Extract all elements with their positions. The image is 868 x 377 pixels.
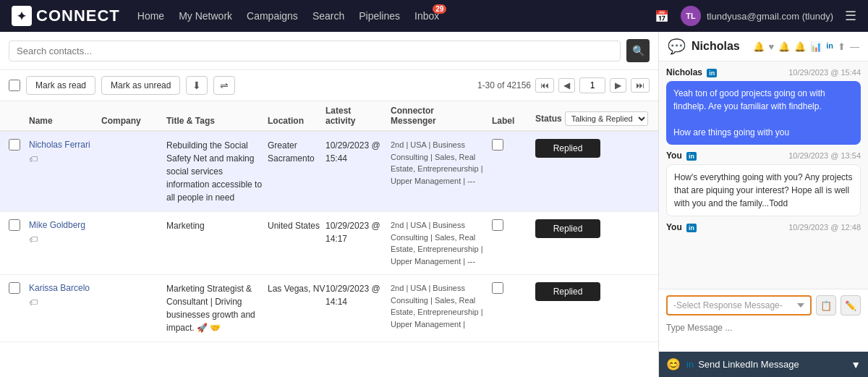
- table-row: Karissa Barcelo 🏷 Marketing Strategist &…: [0, 275, 658, 342]
- status-label: Status: [535, 114, 562, 124]
- send-footer: 😊 in Send LinkedIn Message ▼: [659, 352, 868, 377]
- page-input[interactable]: [579, 77, 605, 93]
- contact-label-1[interactable]: [492, 139, 503, 151]
- send-button-label: Send LinkedIn Message: [698, 359, 799, 370]
- topnav-right: 📅 TL tlundyusa@gmail.com (tlundy) ☰: [655, 6, 856, 26]
- contact-location-3: Las Vegas, NV: [268, 282, 326, 295]
- prev-page-button[interactable]: ◀: [558, 78, 575, 93]
- mark-as-read-button[interactable]: Mark as read: [26, 76, 95, 95]
- contact-name-link-3[interactable]: Karissa Barcelo: [29, 283, 90, 293]
- copy-button[interactable]: 📋: [816, 295, 836, 315]
- msg-time-1: 10/29/2023 @ 15:44: [788, 68, 861, 77]
- pagination-text: 1-30 of 42156: [477, 80, 531, 90]
- contact-connector-2: 2nd | USA | Business Consulting | Sales,…: [391, 219, 492, 267]
- col-location: Location: [268, 116, 326, 126]
- logo-icon: ✦: [12, 6, 32, 26]
- msg-sender-1: Nicholas in: [666, 67, 717, 77]
- bell-icon[interactable]: 🔔: [778, 41, 790, 52]
- alert-icon[interactable]: 🔔: [794, 41, 806, 52]
- contact-activity-2: 10/29/2023 @ 14:17: [326, 219, 391, 245]
- nav-my-network[interactable]: My Network: [179, 10, 232, 22]
- collapse-icon[interactable]: —: [850, 41, 859, 52]
- mark-as-unread-button[interactable]: Mark as unread: [101, 76, 180, 95]
- nav-search[interactable]: Search: [312, 10, 344, 22]
- download-button[interactable]: ⬇: [186, 76, 208, 95]
- shuffle-button[interactable]: ⇌: [213, 76, 235, 95]
- col-name: Name: [29, 116, 101, 126]
- emoji-button[interactable]: 😊: [666, 357, 681, 371]
- msg-bubble-1: Yeah ton of good projects going on with …: [666, 81, 861, 145]
- message-group-1: Nicholas in 10/29/2023 @ 15:44 Yeah ton …: [666, 67, 861, 145]
- contact-name-link-1[interactable]: Nicholas Ferrari: [29, 140, 90, 150]
- contact-activity-1: 10/29/2023 @ 15:44: [326, 139, 391, 165]
- user-email: tlundyusa@gmail.com (tlundy): [707, 11, 833, 22]
- tag-icon-3: 🏷: [29, 297, 101, 308]
- li-badge-2: in: [686, 152, 697, 161]
- pagination: 1-30 of 42156 ⏮ ◀ ▶ ⏭: [477, 77, 650, 93]
- share-icon[interactable]: ⬆: [838, 41, 846, 52]
- notification-icon[interactable]: 🔔: [753, 41, 765, 52]
- chart-icon[interactable]: 📊: [810, 41, 822, 52]
- inbox-badge: 29: [433, 4, 446, 14]
- edit-button[interactable]: ✏️: [841, 295, 861, 315]
- msg-time-2: 10/29/2023 @ 13:54: [788, 151, 861, 160]
- contact-location-1: Greater Sacramento: [268, 139, 326, 165]
- contact-label-3[interactable]: [492, 282, 503, 294]
- send-li-icon: in: [686, 359, 694, 370]
- status-button-3[interactable]: Replied: [535, 282, 600, 301]
- table-row: Nicholas Ferrari 🏷 Rebuilding the Social…: [0, 132, 658, 212]
- logo-text: CONNECT: [36, 7, 120, 25]
- table-header: Name Company Title & Tags Location Lates…: [0, 101, 658, 132]
- heart-icon[interactable]: ♥: [769, 41, 775, 52]
- search-input[interactable]: [9, 41, 621, 62]
- response-area: -Select Response Message- 📋 ✏️: [659, 289, 868, 352]
- status-filter-select[interactable]: Talking & Replied All Replied Pending No…: [565, 111, 648, 126]
- col-label: Label: [492, 116, 535, 126]
- left-panel: 🔍 Mark as read Mark as unread ⬇ ⇌ 1-30 o…: [0, 32, 658, 377]
- col-connector-messenger: ConnectorMessenger: [391, 106, 492, 126]
- row-checkbox-1[interactable]: [9, 139, 20, 151]
- nav-campaigns[interactable]: Campaigns: [247, 10, 298, 22]
- user-info: TL tlundyusa@gmail.com (tlundy): [681, 6, 833, 26]
- col-status: Status Talking & Replied All Replied Pen…: [535, 111, 644, 126]
- chat-avatar-icon: 💬: [668, 38, 686, 55]
- right-panel: 💬 Nicholas 🔔 ♥ 🔔 🔔 📊 in ⬆ — Nicholas: [658, 32, 868, 377]
- search-button[interactable]: 🔍: [626, 39, 650, 62]
- contact-title-3: Marketing Strategist & Consultant | Driv…: [166, 282, 268, 334]
- select-all-checkbox[interactable]: [9, 80, 20, 91]
- contact-name-link-2[interactable]: Mike Goldberg: [29, 220, 85, 230]
- msg-sender-3: You in: [666, 222, 697, 232]
- li-badge-3: in: [686, 224, 697, 232]
- nav-home[interactable]: Home: [137, 10, 164, 22]
- search-bar: 🔍: [0, 32, 658, 70]
- main-nav: Home My Network Campaigns Search Pipelin…: [137, 10, 440, 22]
- type-message-input[interactable]: [666, 320, 861, 346]
- contact-label-2[interactable]: [492, 219, 503, 231]
- response-message-select[interactable]: -Select Response Message-: [666, 295, 812, 315]
- send-linkedin-message-button[interactable]: in Send LinkedIn Message: [686, 359, 845, 370]
- first-page-button[interactable]: ⏮: [535, 78, 554, 93]
- row-checkbox-3[interactable]: [9, 282, 20, 294]
- status-button-1[interactable]: Replied: [535, 139, 600, 158]
- status-button-2[interactable]: Replied: [535, 219, 600, 238]
- nav-inbox-wrap: Inbox 29: [414, 10, 439, 22]
- row-checkbox-2[interactable]: [9, 219, 20, 231]
- msg-meta-3: You in 10/29/2023 @ 12:48: [666, 222, 861, 232]
- chat-contact-name: Nicholas: [692, 40, 747, 53]
- response-select-row: -Select Response Message- 📋 ✏️: [666, 295, 861, 315]
- tag-icon-2: 🏷: [29, 234, 101, 245]
- hamburger-icon[interactable]: ☰: [845, 8, 856, 24]
- calendar-icon[interactable]: 📅: [655, 9, 669, 23]
- msg-bubble-2: How's everything going with you? Any pro…: [666, 164, 861, 216]
- send-chevron-button[interactable]: ▼: [851, 359, 861, 370]
- next-page-button[interactable]: ▶: [610, 78, 626, 93]
- toolbar: Mark as read Mark as unread ⬇ ⇌ 1-30 of …: [0, 70, 658, 101]
- contacts-list: Nicholas Ferrari 🏷 Rebuilding the Social…: [0, 132, 658, 377]
- linkedin-icon[interactable]: in: [826, 41, 833, 52]
- contact-name-2: Mike Goldberg 🏷: [29, 219, 101, 245]
- msg-sender-2: You in: [666, 151, 697, 161]
- contact-connector-3: 2nd | USA | Business Consulting | Sales,…: [391, 282, 492, 330]
- last-page-button[interactable]: ⏭: [631, 78, 650, 93]
- chat-header-icons: 🔔 ♥ 🔔 🔔 📊 in ⬆ —: [753, 41, 860, 52]
- nav-pipelines[interactable]: Pipelines: [359, 10, 400, 22]
